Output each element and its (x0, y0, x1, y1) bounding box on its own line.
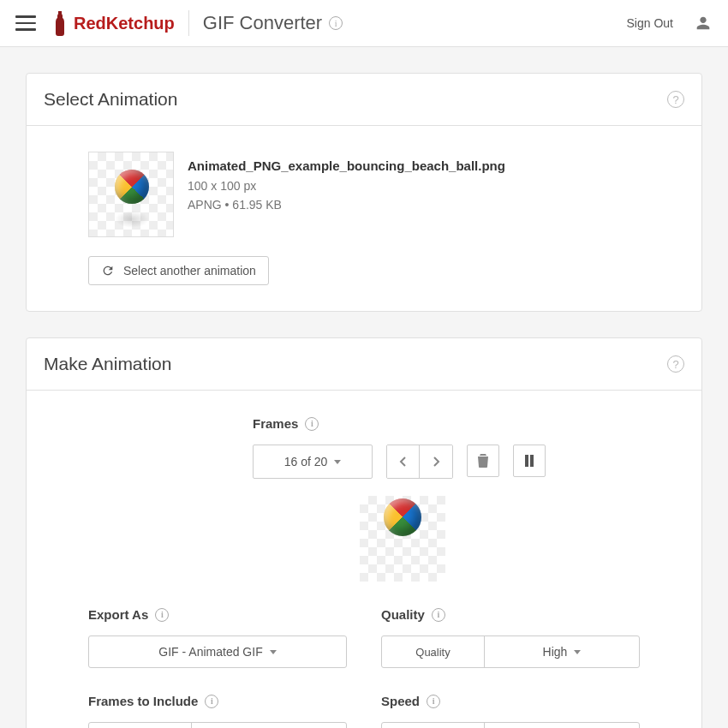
duration-label: Duration (382, 723, 485, 728)
refresh-icon (101, 264, 115, 277)
svg-rect-1 (530, 455, 534, 467)
export-format-select[interactable]: GIF - Animated GIF (88, 636, 347, 668)
frame-preview (360, 496, 445, 582)
quality-select[interactable]: High (485, 636, 639, 667)
pause-icon (524, 455, 534, 467)
start-input[interactable]: 1 (192, 723, 346, 728)
quality-field-label: Quality (382, 636, 485, 667)
select-animation-card: Select Animation ? Animated_PNG_example_… (26, 73, 702, 312)
info-icon[interactable]: i (432, 608, 445, 622)
file-preview-row: Animated_PNG_example_bouncing_beach_ball… (88, 152, 640, 237)
speed-label: Speed i (381, 694, 640, 708)
file-thumbnail (88, 152, 174, 237)
svg-rect-0 (525, 455, 528, 467)
brand-logo[interactable]: RedKetchup (51, 9, 175, 37)
file-dimensions: 100 x 100 px (188, 176, 505, 195)
select-another-label: Select another animation (123, 264, 256, 277)
trash-icon (477, 454, 489, 468)
info-icon[interactable]: i (329, 16, 343, 30)
make-card-title: Make Animation (44, 354, 171, 374)
page-title: GIF Converter (203, 12, 322, 34)
export-as-label: Export As i (88, 607, 347, 622)
hamburger-menu-icon[interactable] (15, 13, 36, 33)
chevron-left-icon (399, 456, 408, 468)
prev-frame-button[interactable] (387, 445, 420, 478)
help-icon[interactable]: ? (667, 91, 684, 108)
sign-out-link[interactable]: Sign Out (627, 16, 673, 30)
app-header: RedKetchup GIF Converter i Sign Out (0, 0, 728, 47)
chevron-right-icon (432, 456, 440, 468)
user-icon[interactable] (694, 14, 713, 33)
caret-down-icon (270, 650, 277, 654)
select-another-button[interactable]: Select another animation (88, 256, 269, 285)
info-icon[interactable]: i (305, 417, 319, 431)
caret-down-icon (574, 650, 581, 654)
info-icon[interactable]: i (155, 608, 169, 622)
make-animation-card: Make Animation ? Frames i 16 of 20 (26, 337, 702, 728)
start-label: Start (89, 723, 192, 728)
quality-value: High (543, 645, 568, 659)
header-divider (188, 10, 189, 36)
frame-selector-dropdown[interactable]: 16 of 20 (253, 445, 373, 479)
info-icon[interactable]: i (205, 695, 218, 708)
duration-input[interactable]: 1.50 second (485, 723, 639, 728)
quality-label: Quality i (381, 607, 640, 622)
file-format-size: APNG • 61.95 KB (188, 195, 505, 214)
pause-button[interactable] (513, 445, 546, 477)
select-card-title: Select Animation (44, 89, 177, 110)
caret-down-icon (334, 460, 341, 464)
frames-include-label: Frames to Include i (88, 694, 347, 708)
file-name: Animated_PNG_example_bouncing_beach_ball… (188, 158, 505, 173)
help-icon[interactable]: ? (667, 355, 684, 373)
ketchup-bottle-icon (51, 9, 69, 37)
brand-name: RedKetchup (74, 14, 175, 33)
export-format-value: GIF - Animated GIF (158, 645, 262, 659)
frame-counter: 16 of 20 (284, 455, 328, 468)
info-icon[interactable]: i (427, 695, 440, 708)
delete-frame-button[interactable] (467, 445, 499, 477)
frames-label: Frames i (253, 416, 640, 431)
next-frame-button[interactable] (420, 445, 452, 478)
